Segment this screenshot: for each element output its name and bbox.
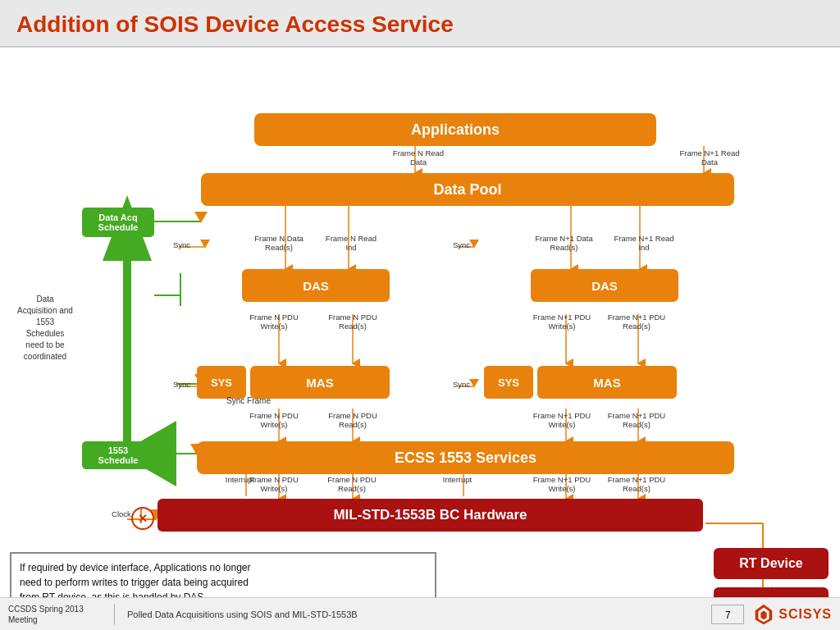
das-left-box: DAS [242, 269, 390, 302]
sync-left2: Sync [167, 380, 196, 389]
fn-pdu-write-das: Frame N PDU Write(s) [242, 313, 306, 331]
fn1-data-reads: Frame N+1 Data Read(s) [529, 234, 599, 253]
frame-n-read-label: Frame N Read Data [386, 148, 451, 167]
fn-pdu-write-ecss: Frame N PDU Write(s) [242, 475, 306, 494]
fn1-read-ind: Frame N+1 Read Ind [611, 234, 677, 253]
footer-logo: SCISYS [752, 603, 832, 626]
fn1-pdu-write-ecss: Frame N+1 PDU Write(s) [529, 475, 595, 494]
slide: Addition of SOIS Device Access Service [0, 0, 840, 630]
footer-subtitle: Polled Data Acquisitions using SOIS and … [115, 609, 711, 619]
mas-left-box: MAS [250, 366, 390, 399]
footer-page: 7 [711, 605, 744, 624]
applications-label: Applications [411, 121, 500, 139]
rt-device-1: RT Device [714, 548, 829, 579]
fn-pdu-read-ecss: Frame N PDU Read(s) [320, 475, 384, 494]
fn1-pdu-read-ecss: Frame N+1 PDU Read(s) [604, 475, 669, 494]
rt-device-2: RT Device [714, 587, 829, 597]
schedule-1553-box: 1553 Schedule [82, 441, 154, 469]
slide-content: Applications Frame N Read Data Frame N+1… [0, 48, 840, 597]
fn-pdu-write-mas: Frame N PDU Write(s) [242, 411, 306, 430]
fn1-pdu-read-das: Frame N+1 PDU Read(s) [604, 313, 669, 331]
fn1-pdu-read-mas: Frame N+1 PDU Read(s) [604, 411, 669, 430]
slide-title: Addition of SOIS Device Access Service [16, 11, 824, 38]
note-box: If required by device interface, Applica… [10, 552, 436, 597]
fn1-pdu-write-das: Frame N+1 PDU Write(s) [529, 313, 595, 331]
mas-right-box: MAS [537, 366, 677, 399]
fn1-pdu-write-mas: Frame N+1 PDU Write(s) [529, 411, 595, 430]
milstd-box: MIL-STD-1553B BC Hardware [158, 499, 703, 532]
data-pool-label: Data Pool [433, 181, 501, 199]
fn-pdu-read-mas: Frame N PDU Read(s) [320, 411, 386, 430]
scisys-logo-text: SCISYS [778, 607, 832, 622]
diagram: Applications Frame N Read Data Frame N+1… [0, 52, 840, 597]
fn-data-reads-left: Frame N Data Read(s) [246, 234, 312, 253]
applications-box: Applications [254, 113, 656, 146]
slide-header: Addition of SOIS Device Access Service [0, 0, 840, 48]
sync-left-label: Sync [167, 240, 196, 249]
interrupt-right: Interrupt [435, 475, 480, 484]
ecss-box: ECSS 1553 Services [197, 441, 734, 474]
footer-conference: CCSDS Spring 2013 Meeting [8, 604, 115, 625]
scisys-logo-icon [752, 603, 775, 626]
das-right-box: DAS [531, 269, 678, 302]
frame-n1-read-label: Frame N+1 Read Data [673, 148, 746, 167]
data-pool-box: Data Pool [201, 173, 734, 206]
fn-pdu-read-das: Frame N PDU Read(s) [320, 313, 386, 331]
sys-right-box: SYS [484, 366, 533, 399]
sys-left-box: SYS [197, 366, 246, 399]
sync-mid2: Sync [447, 380, 476, 389]
sync-mid-label: Sync [447, 240, 476, 249]
fn-read-ind-left: Frame N Read Ind [322, 234, 380, 253]
clock-symbol: ✕ [131, 507, 154, 530]
slide-footer: CCSDS Spring 2013 Meeting Polled Data Ac… [0, 597, 840, 630]
data-acq-note: Data Acquisition and 1553 Schedules need… [16, 294, 74, 363]
sync-frame-label: Sync Frame [183, 396, 314, 406]
data-acq-box: Data Acq Schedule [82, 208, 154, 237]
